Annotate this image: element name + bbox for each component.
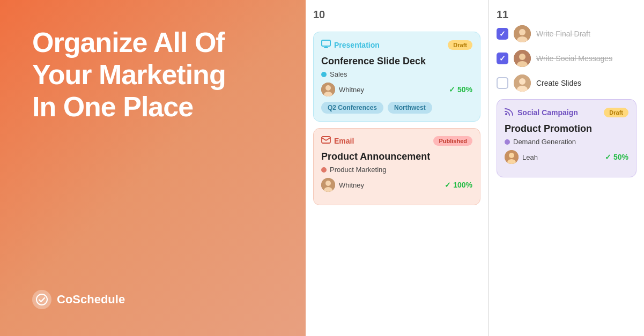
svg-point-10 bbox=[519, 29, 525, 35]
social-campaign-card[interactable]: Social Campaign Draft Product Promotion … bbox=[497, 99, 636, 177]
social-user-info: Leah bbox=[505, 150, 538, 164]
sales-dot bbox=[321, 72, 327, 77]
social-card-type: Social Campaign bbox=[505, 107, 578, 118]
day-11-column: 11 ✓ Write Final Draft ✓ bbox=[488, 0, 644, 336]
task-item-1: ✓ Write Final Draft bbox=[497, 25, 636, 42]
task-item-2: ✓ Write Social Messages bbox=[497, 50, 636, 67]
presentation-progress: 50% bbox=[449, 85, 472, 94]
presentation-icon bbox=[321, 40, 331, 50]
svg-point-20 bbox=[509, 153, 514, 158]
email-progress: 100% bbox=[445, 181, 472, 189]
demand-gen-dot bbox=[505, 139, 510, 145]
social-tag-row: Demand Generation bbox=[505, 138, 628, 146]
task-avatar-1 bbox=[514, 25, 531, 42]
day-10-column: 10 Presentation Draft bbox=[306, 0, 488, 336]
social-user-name: Leah bbox=[522, 153, 538, 161]
presentation-user-info: Whitney bbox=[321, 83, 364, 96]
presentation-user-row: Whitney 50% bbox=[321, 83, 472, 96]
task-item-3: Create Slides bbox=[497, 74, 636, 92]
hero-title: Organize All Of Your Marketing In One Pl… bbox=[32, 27, 273, 123]
email-icon bbox=[321, 136, 331, 146]
email-tag: Product Marketing bbox=[330, 166, 387, 174]
presentation-card-header: Presentation Draft bbox=[321, 40, 472, 50]
presentation-user-name: Whitney bbox=[339, 86, 364, 94]
social-card-header: Social Campaign Draft bbox=[505, 107, 628, 118]
presentation-tag-row: Sales bbox=[321, 70, 472, 78]
whitney-avatar bbox=[321, 83, 335, 96]
right-panel: 10 Presentation Draft bbox=[306, 0, 644, 336]
task-text-2: Write Social Messages bbox=[536, 54, 612, 63]
email-user-row: Whitney 100% bbox=[321, 178, 472, 192]
logo-text: CoSchedule bbox=[57, 293, 125, 307]
email-card-type: Email bbox=[321, 136, 354, 146]
leah-avatar bbox=[505, 150, 519, 164]
svg-point-13 bbox=[519, 54, 525, 60]
whitney-avatar-2 bbox=[321, 178, 335, 192]
presentation-tags-row: Q2 Conferences Northwest bbox=[321, 102, 472, 114]
email-user-info: Whitney bbox=[321, 178, 364, 192]
tag-q2-conferences: Q2 Conferences bbox=[321, 102, 383, 114]
task-checkbox-3[interactable] bbox=[497, 77, 508, 89]
tag-northwest: Northwest bbox=[388, 102, 432, 114]
email-card-header: Email Published bbox=[321, 136, 472, 146]
email-tag-row: Product Marketing bbox=[321, 166, 472, 174]
presentation-tag: Sales bbox=[330, 70, 347, 78]
svg-point-18 bbox=[505, 113, 507, 115]
svg-point-3 bbox=[325, 85, 331, 91]
email-card[interactable]: Email Published Product Announcement Pro… bbox=[313, 128, 480, 205]
svg-rect-1 bbox=[322, 40, 330, 46]
social-icon bbox=[505, 107, 514, 118]
social-title: Product Promotion bbox=[505, 123, 628, 135]
social-progress: 50% bbox=[605, 153, 628, 161]
task-text-3: Create Slides bbox=[536, 79, 581, 87]
calendar-area: 10 Presentation Draft bbox=[306, 0, 644, 336]
task-text-1: Write Final Draft bbox=[536, 29, 590, 38]
presentation-card-type: Presentation bbox=[321, 40, 380, 50]
presentation-badge: Draft bbox=[448, 40, 472, 50]
social-badge: Draft bbox=[604, 108, 628, 117]
left-panel: Organize All Of Your Marketing In One Pl… bbox=[0, 0, 306, 336]
email-user-name: Whitney bbox=[339, 181, 364, 189]
task-avatar-3 bbox=[514, 74, 531, 92]
day-11-number: 11 bbox=[497, 9, 636, 21]
task-checkbox-2[interactable]: ✓ bbox=[497, 53, 508, 64]
presentation-card[interactable]: Presentation Draft Conference Slide Deck… bbox=[313, 32, 480, 122]
svg-point-7 bbox=[325, 181, 331, 186]
day-10-number: 10 bbox=[313, 9, 480, 21]
logo-area: CoSchedule bbox=[32, 290, 273, 309]
social-user-row: Leah 50% bbox=[505, 150, 628, 164]
task-checkbox-1[interactable]: ✓ bbox=[497, 28, 508, 40]
coschedule-logo-icon bbox=[32, 290, 51, 309]
email-badge: Published bbox=[433, 136, 472, 146]
social-tag: Demand Generation bbox=[513, 138, 576, 146]
svg-point-16 bbox=[519, 78, 525, 85]
svg-point-0 bbox=[36, 294, 47, 305]
product-marketing-dot bbox=[321, 167, 327, 173]
presentation-title: Conference Slide Deck bbox=[321, 56, 472, 67]
task-avatar-2 bbox=[514, 50, 531, 67]
email-title: Product Announcement bbox=[321, 151, 472, 162]
